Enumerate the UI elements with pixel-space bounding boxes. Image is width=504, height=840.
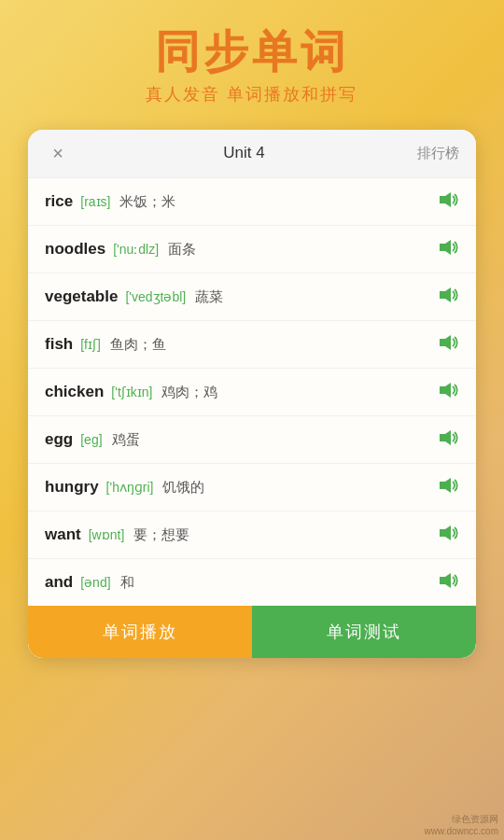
word-chinese: 要；想要	[133, 526, 189, 544]
svg-marker-8	[440, 573, 451, 588]
word-chinese: 米饭；米	[119, 193, 175, 211]
word-card: × Unit 4 排行榜 rice[raɪs]米饭；米noodles['nuːd…	[28, 130, 476, 658]
svg-marker-4	[440, 383, 451, 398]
word-item: noodles['nuːdlz]面条	[28, 226, 476, 273]
sound-icon[interactable]	[439, 525, 459, 545]
app-subtitle: 真人发音 单词播放和拼写	[146, 83, 357, 105]
word-phonetic: [eg]	[80, 432, 102, 447]
word-chinese: 饥饿的	[162, 479, 204, 497]
sound-icon[interactable]	[439, 477, 459, 497]
sound-icon[interactable]	[439, 239, 459, 259]
svg-marker-3	[440, 335, 451, 350]
word-content: and[ənd]和	[45, 573, 439, 592]
word-content: noodles['nuːdlz]面条	[45, 240, 439, 259]
watermark: 绿色资源网 www.downcc.com	[425, 813, 498, 836]
word-english: chicken	[45, 383, 104, 401]
watermark-line2: www.downcc.com	[425, 826, 498, 836]
word-english: hungry	[45, 478, 99, 497]
word-phonetic: ['vedʒtəbl]	[125, 289, 186, 304]
word-content: vegetable['vedʒtəbl]蔬菜	[45, 287, 439, 306]
word-chinese: 和	[120, 574, 134, 592]
word-english: vegetable	[45, 287, 118, 306]
app-title: 同步单词	[146, 28, 357, 77]
word-phonetic: [ənd]	[80, 575, 110, 590]
sound-icon[interactable]	[439, 382, 459, 402]
word-content: hungry['hʌŋɡri]饥饿的	[45, 478, 439, 497]
test-button[interactable]: 单词测试	[252, 606, 476, 658]
svg-marker-1	[440, 240, 451, 255]
word-list: rice[raɪs]米饭；米noodles['nuːdlz]面条vegetabl…	[28, 178, 476, 606]
word-item: egg[eg]鸡蛋	[28, 416, 476, 464]
word-english: noodles	[45, 240, 105, 259]
sound-icon[interactable]	[439, 191, 459, 212]
rank-button[interactable]: 排行榜	[417, 145, 459, 162]
card-header: × Unit 4 排行榜	[28, 130, 476, 178]
word-phonetic: [wɒnt]	[89, 527, 125, 542]
svg-marker-0	[440, 192, 451, 207]
word-item: vegetable['vedʒtəbl]蔬菜	[28, 273, 476, 321]
svg-marker-5	[440, 430, 451, 445]
word-content: chicken['tʃɪkɪn]鸡肉；鸡	[45, 383, 439, 401]
word-item: rice[raɪs]米饭；米	[28, 178, 476, 226]
word-phonetic: [fɪʃ]	[80, 337, 101, 352]
word-chinese: 蔬菜	[195, 288, 223, 306]
word-item: fish[fɪʃ]鱼肉；鱼	[28, 321, 476, 369]
svg-marker-7	[440, 525, 451, 540]
word-chinese: 鸡肉；鸡	[161, 384, 217, 401]
app-header: 同步单词 真人发音 单词播放和拼写	[127, 0, 376, 115]
watermark-line1: 绿色资源网	[425, 813, 498, 826]
word-item: and[ənd]和	[28, 559, 476, 606]
word-item: chicken['tʃɪkɪn]鸡肉；鸡	[28, 369, 476, 416]
sound-icon[interactable]	[439, 429, 459, 450]
word-english: and	[45, 573, 73, 592]
sound-icon[interactable]	[439, 287, 459, 307]
word-chinese: 鱼肉；鱼	[110, 336, 166, 354]
close-button[interactable]: ×	[45, 143, 71, 164]
word-content: want[wɒnt]要；想要	[45, 525, 439, 544]
word-content: rice[raɪs]米饭；米	[45, 192, 439, 211]
word-phonetic: [raɪs]	[80, 194, 110, 209]
sound-icon[interactable]	[439, 572, 459, 593]
word-chinese: 面条	[168, 241, 196, 259]
word-content: fish[fɪʃ]鱼肉；鱼	[45, 335, 439, 354]
word-phonetic: ['hʌŋɡri]	[106, 480, 154, 495]
word-phonetic: ['tʃɪkɪn]	[111, 385, 152, 399]
word-english: rice	[45, 192, 73, 211]
word-english: fish	[45, 335, 73, 354]
word-content: egg[eg]鸡蛋	[45, 430, 439, 449]
word-item: hungry['hʌŋɡri]饥饿的	[28, 464, 476, 511]
word-english: egg	[45, 430, 73, 449]
svg-marker-2	[440, 287, 451, 302]
play-button[interactable]: 单词播放	[28, 606, 252, 658]
sound-icon[interactable]	[439, 334, 459, 355]
card-title: Unit 4	[223, 144, 264, 162]
word-english: want	[45, 525, 81, 544]
word-chinese: 鸡蛋	[112, 431, 140, 449]
svg-marker-6	[440, 478, 451, 493]
word-phonetic: ['nuːdlz]	[113, 242, 159, 257]
word-item: want[wɒnt]要；想要	[28, 511, 476, 559]
card-footer: 单词播放 单词测试	[28, 606, 476, 658]
